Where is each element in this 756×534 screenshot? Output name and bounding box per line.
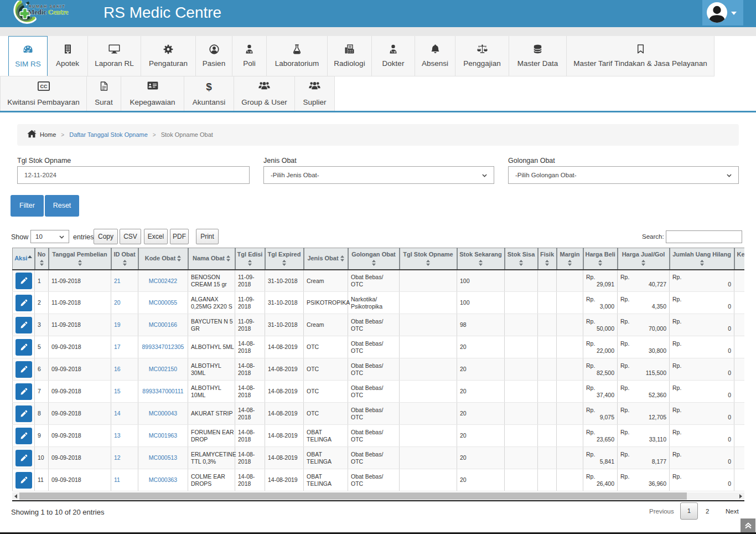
svg-text:Medic Centre: Medic Centre [28, 8, 69, 16]
svg-text:CC: CC [40, 84, 47, 89]
svg-text:RUMAH SAKIT: RUMAH SAKIT [29, 4, 65, 8]
